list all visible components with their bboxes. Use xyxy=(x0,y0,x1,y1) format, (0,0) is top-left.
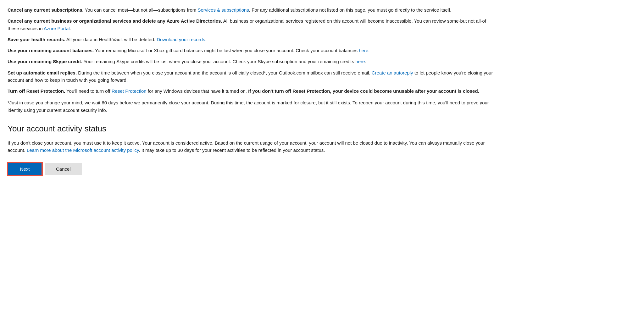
activity-status-paragraph: If you don't close your account, you mus… xyxy=(8,139,498,154)
account-balances-text2: . xyxy=(368,48,369,53)
create-autoreply-link[interactable]: Create an autoreply xyxy=(372,70,413,75)
account-balances-bold: Use your remaining account balances. xyxy=(8,48,94,53)
save-health-text1: All your data in HealthVault will be del… xyxy=(65,37,157,42)
reset-protection-text2: for any Windows devices that have it tur… xyxy=(147,88,248,94)
save-health-paragraph: Save your health records. All your data … xyxy=(8,36,498,43)
skype-credit-bold: Use your remaining Skype credit. xyxy=(8,59,82,64)
main-content: Cancel any current subscriptions. You ca… xyxy=(8,6,498,175)
download-records-link[interactable]: Download your records. xyxy=(157,37,206,42)
auto-reply-text1: During the time between when you close y… xyxy=(77,70,372,75)
services-subscriptions-link[interactable]: Services & subscriptions xyxy=(197,7,249,13)
auto-reply-bold: Set up automatic email replies. xyxy=(8,70,77,75)
reset-protection-warning: If you don't turn off Reset Protection, … xyxy=(248,88,479,94)
reset-protection-bold: Turn off Reset Protection. xyxy=(8,88,65,94)
cancel-business-bold: Cancel any current business or organizat… xyxy=(8,18,222,24)
cancel-subscriptions-paragraph: Cancel any current subscriptions. You ca… xyxy=(8,6,498,14)
skype-credit-text1: Your remaining Skype credits will be los… xyxy=(82,59,356,64)
reset-protection-paragraph: Turn off Reset Protection. You'll need t… xyxy=(8,87,498,95)
skype-credit-link[interactable]: here xyxy=(355,59,365,64)
save-health-bold: Save your health records. xyxy=(8,37,65,42)
cancel-subscriptions-text2: . For any additional subscriptions not l… xyxy=(249,7,452,13)
auto-reply-paragraph: Set up automatic email replies. During t… xyxy=(8,69,498,84)
skype-credit-text2: . xyxy=(365,59,366,64)
reset-protection-link[interactable]: Reset Protection xyxy=(112,88,147,94)
activity-policy-link[interactable]: Learn more about the Microsoft account a… xyxy=(27,147,139,153)
cancel-button[interactable]: Cancel xyxy=(45,163,82,175)
cancel-subscriptions-bold: Cancel any current subscriptions. xyxy=(8,7,84,13)
azure-portal-link[interactable]: Azure Portal xyxy=(44,26,70,31)
footnote-text: *Just in case you change your mind, we w… xyxy=(8,99,498,114)
cancel-subscriptions-text1: You can cancel most—but not all—subscrip… xyxy=(84,7,198,13)
account-balances-paragraph: Use your remaining account balances. You… xyxy=(8,47,498,54)
button-row: Next Cancel xyxy=(8,163,498,175)
account-balances-text1: Your remaining Microsoft or Xbox gift ca… xyxy=(94,48,359,53)
activity-status-heading: Your account activity status xyxy=(8,123,498,135)
next-button[interactable]: Next xyxy=(8,163,42,175)
skype-credit-paragraph: Use your remaining Skype credit. Your re… xyxy=(8,58,498,65)
cancel-business-text2: . xyxy=(70,26,71,31)
account-balances-link[interactable]: here xyxy=(359,48,368,53)
cancel-business-paragraph: Cancel any current business or organizat… xyxy=(8,17,498,32)
activity-status-text2: . It may take up to 30 days for your rec… xyxy=(139,147,325,153)
reset-protection-text1: You'll need to turn off xyxy=(65,88,112,94)
